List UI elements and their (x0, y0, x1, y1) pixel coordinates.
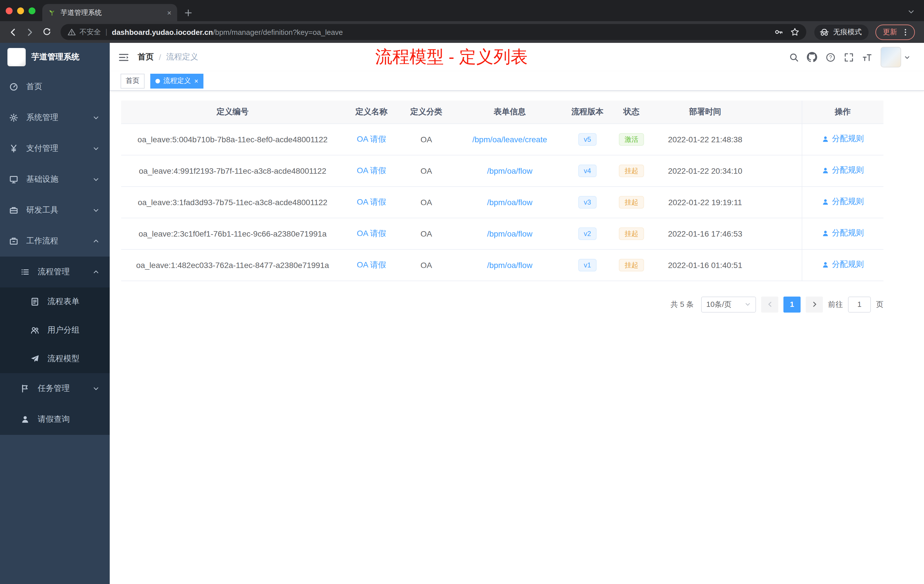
sidebar-logo[interactable]: 芋道管理系统 (0, 43, 110, 71)
sidebar-item-label: 流程模型 (48, 354, 79, 364)
cell-deploy-time: 2022-01-16 17:46:53 (654, 218, 757, 249)
reload-button[interactable] (39, 24, 55, 40)
tab-search-chevron-icon[interactable] (908, 8, 915, 15)
page-size-select[interactable]: 10条/页 (701, 296, 756, 312)
column-definition-name: 定义名称 (344, 101, 399, 124)
sidebar-item-workflow[interactable]: 工作流程 (0, 226, 110, 257)
security-warning-icon (68, 28, 76, 36)
version-badge: v5 (578, 133, 597, 145)
chevron-up-icon (92, 238, 99, 244)
browser-tab-strip: 芋道管理系统 × (0, 0, 924, 21)
cell-category: OA (399, 249, 454, 280)
sidebar-item-task-management[interactable]: 任务管理 (0, 373, 110, 404)
page-unit-label: 页 (876, 299, 883, 309)
browser-update-button[interactable]: 更新 (875, 24, 915, 40)
sidebar-item-leave-query[interactable]: 请假查询 (0, 404, 110, 435)
pagination: 共 5 条 10条/页 1 前往 页 (121, 296, 883, 312)
sidebar-item-label: 请假查询 (38, 414, 70, 425)
definition-table: 定义编号 定义名称 定义分类 表单信息 流程版本 状态 部署时间 操作 (121, 101, 883, 281)
fullscreen-icon[interactable] (840, 48, 858, 66)
window-close-button[interactable] (6, 7, 13, 14)
assign-rule-link[interactable]: 分配规则 (822, 134, 864, 144)
github-icon[interactable] (803, 48, 821, 66)
cell-definition-id: oa_leave:2:3c1f0ef1-76b1-11ec-9c66-a2380… (121, 218, 344, 249)
cell-definition-id: oa_leave:1:482ec033-762a-11ec-8477-a2380… (121, 249, 344, 280)
goto-page-input[interactable] (848, 296, 871, 312)
status-badge: 激活 (619, 133, 644, 145)
assign-rule-link[interactable]: 分配规则 (822, 228, 864, 239)
omnibox-icons (774, 27, 799, 36)
column-spacer (757, 101, 802, 124)
page-content: 定义编号 定义名称 定义分类 表单信息 流程版本 状态 部署时间 操作 (110, 91, 924, 584)
status-badge: 挂起 (619, 164, 644, 177)
sidebar-item-label: 基础设施 (26, 174, 58, 185)
assign-rule-link[interactable]: 分配规则 (822, 260, 864, 270)
update-label: 更新 (883, 27, 897, 37)
column-definition-id: 定义编号 (121, 101, 344, 124)
user-icon (822, 135, 829, 143)
sidebar-item-system[interactable]: 系统管理 (0, 102, 110, 133)
new-tab-button[interactable] (184, 8, 193, 17)
back-button[interactable] (5, 24, 21, 40)
forward-button[interactable] (22, 24, 38, 40)
avatar-caret-icon[interactable] (904, 54, 910, 60)
definition-name-link[interactable]: OA 请假 (357, 260, 386, 269)
cell-category: OA (399, 218, 454, 249)
form-info-link[interactable]: /bpm/oa/leave/create (472, 135, 547, 144)
window-zoom-button[interactable] (28, 7, 35, 14)
assign-rule-link[interactable]: 分配规则 (822, 197, 864, 207)
version-badge: v3 (578, 196, 597, 208)
sidebar-item-devtools[interactable]: 研发工具 (0, 195, 110, 226)
sidebar-item-home[interactable]: 首页 (0, 71, 110, 102)
assign-rule-link[interactable]: 分配规则 (822, 165, 864, 176)
sidebar-item-payment[interactable]: 支付管理 (0, 133, 110, 164)
breadcrumb-home[interactable]: 首页 (138, 52, 154, 62)
form-info-link[interactable]: /bpm/oa/flow (487, 260, 533, 269)
sidebar-item-process-management[interactable]: 流程管理 (0, 257, 110, 287)
cell-spacer (757, 155, 802, 186)
sidebar-item-process-model[interactable]: 流程模型 (0, 345, 110, 373)
definition-name-link[interactable]: OA 请假 (357, 165, 386, 175)
kebab-menu-icon[interactable] (901, 28, 910, 36)
chevron-down-icon (92, 176, 99, 183)
window-minimize-button[interactable] (17, 7, 24, 14)
sidebar-item-process-form[interactable]: 流程表单 (0, 287, 110, 316)
sidebar-item-infrastructure[interactable]: 基础设施 (0, 164, 110, 195)
tag-process-definition[interactable]: 流程定义 × (150, 73, 203, 88)
form-info-link[interactable]: /bpm/oa/flow (487, 198, 533, 206)
prev-page-button[interactable] (761, 296, 778, 312)
avatar[interactable] (881, 47, 901, 68)
address-divider: | (106, 28, 107, 36)
tab-close-icon[interactable]: × (167, 8, 172, 17)
definition-name-link[interactable]: OA 请假 (357, 228, 386, 238)
definition-name-link[interactable]: OA 请假 (357, 134, 386, 143)
tag-home[interactable]: 首页 (120, 73, 145, 88)
browser-tab[interactable]: 芋道管理系统 × (42, 4, 177, 21)
cell-deploy-time: 2022-01-22 20:34:10 (654, 155, 757, 186)
app-frame: 芋道管理系统 首页 系统管理 支付管理 (0, 43, 924, 584)
help-icon[interactable]: ? (821, 48, 840, 66)
address-bar[interactable]: 不安全 | dashboard.yudao.iocoder.cn/bpm/man… (61, 24, 806, 40)
hamburger-icon[interactable] (110, 52, 138, 62)
table-row: oa_leave:3:1fad3d93-7b75-11ec-a3c8-acde4… (121, 186, 883, 218)
sidebar-item-user-group[interactable]: 用户分组 (0, 316, 110, 345)
tab-title: 芋道管理系统 (61, 8, 163, 17)
key-icon[interactable] (774, 27, 784, 36)
column-status: 状态 (609, 101, 654, 124)
chevron-right-icon (810, 300, 818, 308)
status-badge: 挂起 (619, 196, 644, 208)
sidebar-item-label: 用户分组 (48, 325, 79, 335)
form-info-link[interactable]: /bpm/oa/flow (487, 166, 533, 175)
page-number-button[interactable]: 1 (784, 296, 800, 312)
form-info-link[interactable]: /bpm/oa/flow (487, 229, 533, 238)
form-icon (30, 297, 40, 306)
tag-close-icon[interactable]: × (194, 78, 198, 84)
cell-definition-id: oa_leave:3:1fad3d93-7b75-11ec-a3c8-acde4… (121, 186, 344, 218)
font-size-icon[interactable] (858, 48, 876, 66)
logo-title: 芋道管理系统 (31, 52, 79, 62)
screen: 芋道管理系统 × (0, 0, 924, 584)
bookmark-star-icon[interactable] (790, 27, 799, 36)
next-page-button[interactable] (806, 296, 823, 312)
search-icon[interactable] (785, 48, 803, 66)
definition-name-link[interactable]: OA 请假 (357, 197, 386, 206)
